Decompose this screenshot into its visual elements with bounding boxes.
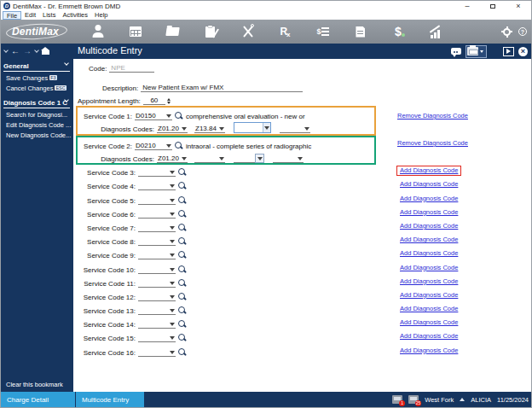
reports-chart-icon[interactable]: [429, 25, 442, 38]
home-icon[interactable]: [42, 50, 49, 55]
diagnosis-3-select[interactable]: [234, 154, 264, 163]
search-code-icon[interactable]: [175, 112, 183, 120]
description-input[interactable]: New Patient Exam w/ FMX: [141, 84, 303, 92]
service-code-select[interactable]: [138, 292, 176, 301]
search-code-icon[interactable]: [178, 348, 187, 357]
service-code-select[interactable]: [138, 250, 176, 259]
sidebar-item-new-diagnosis[interactable]: New Diagnosis Code...: [1, 130, 73, 140]
messages-icon[interactable]: 1: [392, 395, 402, 404]
search-code-icon[interactable]: [178, 210, 187, 219]
search-code-icon[interactable]: [178, 251, 187, 259]
service-code-select[interactable]: [138, 306, 176, 315]
add-diagnosis-code-link[interactable]: Add Diagnosis Code: [400, 332, 458, 340]
remove-diagnosis-code-link-2[interactable]: Remove Diagnosis Code: [397, 139, 468, 147]
close-circle-icon[interactable]: [518, 47, 528, 56]
sidebar-section-general[interactable]: General: [3, 62, 70, 72]
service-code-2-select[interactable]: D0210: [135, 141, 172, 150]
sidebar-item-save-changes[interactable]: Save ChangesF3: [1, 73, 73, 83]
search-code-icon[interactable]: [178, 196, 187, 205]
sidebar-item-search-diagnosis[interactable]: Search for Diagnosi...: [1, 109, 73, 119]
search-code-icon[interactable]: [178, 224, 187, 232]
tab-multicode-entry[interactable]: Multicode Entry: [76, 392, 144, 407]
search-code-icon[interactable]: [178, 168, 187, 177]
diagnosis-2-select[interactable]: [194, 154, 225, 163]
clear-bookmark-link[interactable]: Clear this bookmark: [6, 381, 63, 388]
search-code-icon[interactable]: [175, 142, 183, 150]
patient-icon[interactable]: [91, 25, 105, 38]
service-code-select[interactable]: [138, 319, 176, 329]
forward-history-chevron-icon[interactable]: [34, 48, 39, 53]
settings-gear-icon[interactable]: [503, 28, 511, 36]
service-code-select[interactable]: [138, 278, 176, 288]
add-diagnosis-code-link[interactable]: Add Diagnosis Code: [400, 222, 458, 230]
service-code-select[interactable]: [138, 333, 176, 342]
location-name[interactable]: West Fork: [425, 396, 454, 404]
appointment-length-input[interactable]: 60: [143, 96, 165, 105]
prescriptions-rx-icon[interactable]: [279, 25, 292, 38]
diagnosis-1-select[interactable]: Z01.20: [157, 154, 188, 163]
service-code-select[interactable]: [138, 265, 176, 274]
sidebar-item-cancel-changes[interactable]: Cancel ChangesESC: [1, 83, 73, 93]
search-code-icon[interactable]: [178, 334, 187, 342]
search-code-icon[interactable]: [178, 306, 187, 315]
code-input[interactable]: NPE: [109, 64, 154, 73]
clinical-notes-icon[interactable]: [205, 26, 215, 38]
search-code-icon[interactable]: [178, 265, 187, 274]
remove-diagnosis-code-link-1[interactable]: Remove Diagnosis Code: [397, 112, 468, 119]
add-diagnosis-code-link[interactable]: Add Diagnosis Code: [400, 347, 458, 354]
payments-icon[interactable]: [391, 25, 405, 38]
add-diagnosis-code-link[interactable]: Add Diagnosis Code: [400, 208, 458, 216]
add-diagnosis-code-link[interactable]: Add Diagnosis Code: [400, 291, 458, 299]
add-diagnosis-code-link[interactable]: Add Diagnosis Code: [400, 277, 458, 285]
add-diagnosis-code-link[interactable]: Add Diagnosis Code: [400, 236, 458, 243]
menu-activities[interactable]: Activities: [59, 11, 91, 20]
add-diagnosis-code-link[interactable]: Add Diagnosis Code: [400, 264, 458, 271]
menu-file[interactable]: File: [3, 11, 21, 20]
add-diagnosis-code-link[interactable]: Add Diagnosis Code: [400, 195, 458, 202]
diagnosis-1-select[interactable]: Z01.20: [157, 124, 188, 133]
add-diagnosis-code-link[interactable]: Add Diagnosis Code: [400, 305, 458, 312]
service-code-select[interactable]: [138, 195, 176, 205]
alerts-icon[interactable]: 25: [408, 395, 419, 404]
print-button[interactable]: [466, 45, 487, 58]
back-history-chevron-icon[interactable]: [3, 48, 9, 53]
schedule-calendar-icon[interactable]: [130, 26, 142, 37]
add-diagnosis-code-link[interactable]: Add Diagnosis Code: [400, 318, 458, 326]
add-diagnosis-code-link[interactable]: Add Diagnosis Code: [400, 249, 458, 257]
search-code-icon[interactable]: [178, 279, 187, 288]
appointment-length-stepper[interactable]: [167, 98, 171, 104]
ledger-icon[interactable]: [316, 25, 330, 38]
play-icon[interactable]: [503, 47, 514, 56]
diagnosis-3-select-focused[interactable]: [234, 122, 271, 133]
service-code-select[interactable]: [138, 209, 176, 219]
add-diagnosis-code-link[interactable]: Add Diagnosis Code: [400, 180, 458, 188]
search-code-icon[interactable]: [178, 182, 187, 190]
diagnosis-4-select[interactable]: [280, 124, 310, 133]
menu-lists[interactable]: Lists: [39, 11, 59, 20]
minimize-button[interactable]: –: [454, 1, 480, 11]
close-button[interactable]: ×: [506, 1, 531, 11]
help-icon[interactable]: [518, 27, 527, 36]
sidebar-item-edit-diagnosis[interactable]: Edit Diagnosis Code ...: [1, 119, 73, 130]
service-code-select[interactable]: [138, 181, 176, 190]
open-folder-icon[interactable]: [166, 27, 180, 36]
search-code-icon[interactable]: [178, 293, 187, 301]
printer-dropdown-icon[interactable]: [480, 50, 483, 53]
chevron-down-icon[interactable]: [255, 154, 264, 163]
chat-icon[interactable]: [451, 48, 461, 55]
service-code-select[interactable]: [138, 167, 176, 177]
back-arrow-icon[interactable]: ←: [11, 47, 20, 55]
sidebar-section-diagnosis-code[interactable]: Diagnosis Code 1 C: [3, 99, 70, 108]
service-code-1-select[interactable]: D0150: [135, 111, 172, 120]
diagnosis-2-select[interactable]: Z13.84: [194, 124, 225, 133]
documents-icon[interactable]: [356, 26, 365, 38]
menu-help[interactable]: Help: [91, 11, 111, 20]
chevron-down-icon[interactable]: [263, 123, 270, 132]
diagnosis-4-select[interactable]: [273, 154, 304, 163]
add-diagnosis-code-link[interactable]: Add Diagnosis Code: [396, 166, 461, 176]
forward-arrow-icon[interactable]: →: [23, 47, 32, 55]
maximize-button[interactable]: [480, 1, 506, 11]
search-code-icon[interactable]: [178, 320, 187, 329]
service-code-select[interactable]: [138, 347, 176, 357]
tab-charge-detail[interactable]: Charge Detail: [1, 392, 75, 407]
